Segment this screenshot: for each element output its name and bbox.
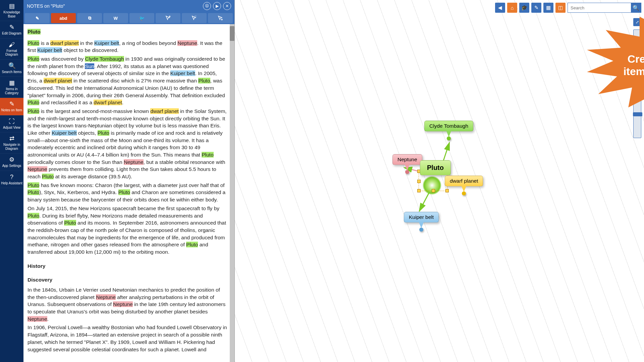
sidebar-item-items-in-category[interactable]: ▦ Items in Category <box>0 77 23 98</box>
brush-icon: 🖌 <box>8 41 15 48</box>
sidebar-item-label: Knowledge Base <box>1 10 23 18</box>
notes-panel: NOTES on "Pluto" ⦿ ▶ ✕ ✎ abd ⧉ W 🐦 Pluto… <box>23 0 235 362</box>
history-heading: History <box>28 262 228 270</box>
sidebar-item-label: Navigate in Diagram <box>1 143 23 150</box>
wikipedia-icon: W <box>114 16 118 21</box>
mindmap-canvas[interactable]: ◀ ⌂ 🎓 ✎ ▦ ◫ 🔍 ⤢ 🔍 Create new MindMap ite… <box>235 0 644 362</box>
notes-body[interactable]: Pluto Pluto is a dwarf planet in the Kui… <box>23 24 234 362</box>
sidebar-item-edit-diagram[interactable]: ✎ Edit Diagram <box>0 21 23 39</box>
notes-toolbar: ✎ abd ⧉ W 🐦 <box>23 12 234 24</box>
find-button[interactable]: 🔍 <box>633 80 641 88</box>
para-3: Pluto is the largest and second-most-mas… <box>28 108 228 180</box>
node-clyde[interactable]: Clyde Tombaugh <box>424 121 473 131</box>
sidebar-item-help-assistant[interactable]: ? Help Assistant <box>0 171 23 188</box>
notes-title: Pluto <box>28 29 41 35</box>
sidebar-item-format-diagram[interactable]: 🖌 Format Diagram <box>0 39 23 60</box>
tool-wikipedia[interactable]: W <box>103 13 128 23</box>
book-icon: ▤ <box>8 3 15 9</box>
para-6: In the 1840s, Urbain Le Verrier used New… <box>28 286 228 322</box>
cursor-text-icon <box>191 15 197 21</box>
cursor-expand-icon <box>165 15 171 21</box>
sel-handle-s[interactable] <box>432 189 435 192</box>
notes-header-title: NOTES on "Pluto" <box>27 3 203 9</box>
gear-icon: ⚙ <box>8 156 15 163</box>
scrollbar-thumb[interactable] <box>230 26 234 41</box>
search-go-button[interactable]: 🔍 <box>631 3 641 12</box>
search-box: 🔍 <box>568 3 641 13</box>
sidebar-item-label: Help Assistant <box>1 181 22 185</box>
grid-view-button[interactable]: ▦ <box>543 3 553 13</box>
para-7: In 1906, Percival Lowell—a wealthy Bosto… <box>28 324 228 353</box>
pencil-icon: ✎ <box>36 16 39 21</box>
rotate-knob[interactable] <box>633 112 642 116</box>
sidebar-item-notes-on-item[interactable]: ✎ Notes on Item <box>0 98 23 115</box>
zoom-knob[interactable] <box>633 51 642 55</box>
note-icon: ✎ <box>8 101 15 107</box>
swap-icon: ⇄ <box>8 135 15 142</box>
sel-handle-sw[interactable] <box>417 189 421 192</box>
sel-handle-w[interactable] <box>417 180 421 183</box>
edit-button[interactable]: ✎ <box>531 3 541 13</box>
rotate-slider[interactable] <box>633 91 641 138</box>
tool-select-mode-a[interactable] <box>156 13 180 23</box>
sidebar-item-knowledge-base[interactable]: ▤ Knowledge Base <box>0 0 23 21</box>
right-controls: ⤢ 🔍 <box>633 18 641 138</box>
fit-button[interactable]: ⤢ <box>633 18 641 26</box>
zoom-slider[interactable] <box>633 29 641 76</box>
pin-dot <box>462 191 466 195</box>
para-2: Pluto was discovered by Clyde Tombaugh i… <box>28 55 228 106</box>
sidebar-item-label: App Settings <box>2 164 21 168</box>
tool-twitter[interactable]: 🐦 <box>129 13 154 23</box>
node-kuiper-belt[interactable]: Kuiper belt <box>404 212 439 223</box>
twitter-icon: 🐦 <box>139 16 145 21</box>
sidebar-item-app-settings[interactable]: ⚙ App Settings <box>0 154 23 171</box>
panel-toggle-button[interactable]: ◫ <box>555 3 566 13</box>
search-input[interactable] <box>568 3 631 12</box>
sidebar-item-label: Format Diagram <box>1 49 23 57</box>
play-icon[interactable]: ▶ <box>213 2 221 10</box>
pin-icon[interactable]: ⦿ <box>203 2 211 10</box>
sidebar-item-adjust-view[interactable]: ⛶ Adjust View <box>0 115 23 133</box>
selected-text-sun[interactable]: Sun <box>85 63 94 69</box>
tool-edit[interactable]: ✎ <box>25 13 50 23</box>
notes-header: NOTES on "Pluto" ⦿ ▶ ✕ <box>23 0 234 12</box>
sidebar-item-navigate[interactable]: ⇄ Navigate in Diagram <box>0 132 23 154</box>
education-button[interactable]: 🎓 <box>519 3 529 13</box>
sidebar-item-search-items[interactable]: 🔍 Search Items <box>0 60 23 77</box>
search-icon: 🔍 <box>8 62 15 69</box>
para-5: On July 14, 2015, the New Horizons space… <box>28 205 228 256</box>
node-dwarf-planet[interactable]: dwarf planet <box>445 176 483 186</box>
pencil-icon: ✎ <box>8 24 15 31</box>
sidebar-item-label: Items in Category <box>1 87 23 95</box>
sel-handle-se[interactable] <box>445 189 449 192</box>
tool-select-mode-b[interactable] <box>182 13 207 23</box>
layout-icon: ⧉ <box>88 15 91 21</box>
discovery-heading: Discovery <box>28 276 228 284</box>
left-sidebar: ▤ Knowledge Base ✎ Edit Diagram 🖌 Format… <box>0 0 23 362</box>
sidebar-item-label: Edit Diagram <box>2 32 21 36</box>
tool-select-mode-c[interactable] <box>208 13 233 23</box>
top-toolbar: ◀ ⌂ 🎓 ✎ ▦ ◫ 🔍 <box>495 3 641 13</box>
para-4: Pluto has five known moons: Charon (the … <box>28 182 228 203</box>
sidebar-item-label: Adjust View <box>3 126 20 130</box>
tool-abd[interactable]: abd <box>51 13 76 23</box>
close-icon[interactable]: ✕ <box>223 2 231 10</box>
sidebar-item-label: Notes on Item <box>1 108 22 112</box>
back-button[interactable]: ◀ <box>495 3 505 13</box>
para-1: Pluto is a dwarf planet in the Kuiper be… <box>28 40 228 54</box>
cursor-down-icon <box>217 15 223 21</box>
abd-label: abd <box>59 16 67 21</box>
node-neptune[interactable]: Neptune <box>392 154 422 165</box>
home-button[interactable]: ⌂ <box>507 3 517 13</box>
sidebar-item-label: Search Items <box>2 70 22 74</box>
pin-dot <box>447 136 451 140</box>
sliders-icon: ⛶ <box>8 118 15 125</box>
node-center-pluto[interactable]: Pluto <box>420 160 451 175</box>
grid-icon: ▦ <box>8 79 15 86</box>
help-icon: ? <box>8 174 15 180</box>
tool-layout[interactable]: ⧉ <box>77 13 102 23</box>
pin-dot <box>405 170 409 174</box>
pin-dot <box>419 228 423 232</box>
scrollbar-track[interactable] <box>230 24 234 362</box>
